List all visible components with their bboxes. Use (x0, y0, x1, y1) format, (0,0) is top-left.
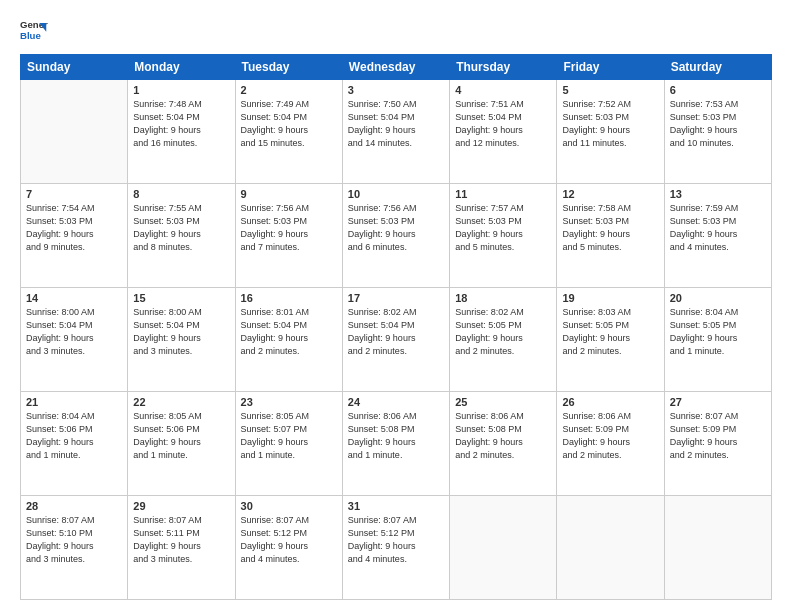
day-number: 6 (670, 84, 766, 96)
calendar-header-row: SundayMondayTuesdayWednesdayThursdayFrid… (21, 55, 772, 80)
day-info: Sunrise: 8:07 AM Sunset: 5:11 PM Dayligh… (133, 514, 229, 566)
day-number: 28 (26, 500, 122, 512)
day-info: Sunrise: 7:56 AM Sunset: 5:03 PM Dayligh… (348, 202, 444, 254)
calendar-cell: 29Sunrise: 8:07 AM Sunset: 5:11 PM Dayli… (128, 496, 235, 600)
calendar-cell: 12Sunrise: 7:58 AM Sunset: 5:03 PM Dayli… (557, 184, 664, 288)
calendar-cell: 25Sunrise: 8:06 AM Sunset: 5:08 PM Dayli… (450, 392, 557, 496)
day-number: 19 (562, 292, 658, 304)
day-info: Sunrise: 7:58 AM Sunset: 5:03 PM Dayligh… (562, 202, 658, 254)
day-number: 29 (133, 500, 229, 512)
calendar-cell: 26Sunrise: 8:06 AM Sunset: 5:09 PM Dayli… (557, 392, 664, 496)
calendar-cell (664, 496, 771, 600)
day-info: Sunrise: 7:55 AM Sunset: 5:03 PM Dayligh… (133, 202, 229, 254)
calendar-cell: 13Sunrise: 7:59 AM Sunset: 5:03 PM Dayli… (664, 184, 771, 288)
day-number: 20 (670, 292, 766, 304)
calendar-week-2: 7Sunrise: 7:54 AM Sunset: 5:03 PM Daylig… (21, 184, 772, 288)
calendar-cell: 19Sunrise: 8:03 AM Sunset: 5:05 PM Dayli… (557, 288, 664, 392)
calendar-cell: 31Sunrise: 8:07 AM Sunset: 5:12 PM Dayli… (342, 496, 449, 600)
day-number: 2 (241, 84, 337, 96)
day-info: Sunrise: 8:00 AM Sunset: 5:04 PM Dayligh… (133, 306, 229, 358)
day-info: Sunrise: 7:54 AM Sunset: 5:03 PM Dayligh… (26, 202, 122, 254)
day-number: 5 (562, 84, 658, 96)
day-number: 21 (26, 396, 122, 408)
day-header-monday: Monday (128, 55, 235, 80)
day-info: Sunrise: 7:50 AM Sunset: 5:04 PM Dayligh… (348, 98, 444, 150)
calendar-cell (557, 496, 664, 600)
day-info: Sunrise: 7:52 AM Sunset: 5:03 PM Dayligh… (562, 98, 658, 150)
day-info: Sunrise: 8:04 AM Sunset: 5:06 PM Dayligh… (26, 410, 122, 462)
day-info: Sunrise: 8:06 AM Sunset: 5:08 PM Dayligh… (455, 410, 551, 462)
calendar-cell: 21Sunrise: 8:04 AM Sunset: 5:06 PM Dayli… (21, 392, 128, 496)
calendar-cell: 1Sunrise: 7:48 AM Sunset: 5:04 PM Daylig… (128, 80, 235, 184)
day-info: Sunrise: 8:01 AM Sunset: 5:04 PM Dayligh… (241, 306, 337, 358)
day-number: 10 (348, 188, 444, 200)
day-info: Sunrise: 8:05 AM Sunset: 5:06 PM Dayligh… (133, 410, 229, 462)
day-info: Sunrise: 8:07 AM Sunset: 5:09 PM Dayligh… (670, 410, 766, 462)
day-info: Sunrise: 8:02 AM Sunset: 5:05 PM Dayligh… (455, 306, 551, 358)
day-number: 12 (562, 188, 658, 200)
logo-icon: General Blue (20, 16, 48, 44)
day-number: 9 (241, 188, 337, 200)
calendar-cell: 20Sunrise: 8:04 AM Sunset: 5:05 PM Dayli… (664, 288, 771, 392)
day-header-wednesday: Wednesday (342, 55, 449, 80)
calendar-cell: 4Sunrise: 7:51 AM Sunset: 5:04 PM Daylig… (450, 80, 557, 184)
day-number: 8 (133, 188, 229, 200)
day-info: Sunrise: 8:00 AM Sunset: 5:04 PM Dayligh… (26, 306, 122, 358)
calendar-cell: 28Sunrise: 8:07 AM Sunset: 5:10 PM Dayli… (21, 496, 128, 600)
calendar-week-1: 1Sunrise: 7:48 AM Sunset: 5:04 PM Daylig… (21, 80, 772, 184)
day-number: 13 (670, 188, 766, 200)
day-info: Sunrise: 8:07 AM Sunset: 5:10 PM Dayligh… (26, 514, 122, 566)
calendar-cell (450, 496, 557, 600)
calendar-page: General Blue SundayMondayTuesdayWednesda… (0, 0, 792, 612)
day-header-sunday: Sunday (21, 55, 128, 80)
calendar-table: SundayMondayTuesdayWednesdayThursdayFrid… (20, 54, 772, 600)
day-info: Sunrise: 8:06 AM Sunset: 5:08 PM Dayligh… (348, 410, 444, 462)
day-info: Sunrise: 8:05 AM Sunset: 5:07 PM Dayligh… (241, 410, 337, 462)
day-number: 17 (348, 292, 444, 304)
day-number: 11 (455, 188, 551, 200)
day-number: 25 (455, 396, 551, 408)
calendar-cell: 17Sunrise: 8:02 AM Sunset: 5:04 PM Dayli… (342, 288, 449, 392)
calendar-cell: 24Sunrise: 8:06 AM Sunset: 5:08 PM Dayli… (342, 392, 449, 496)
calendar-cell: 16Sunrise: 8:01 AM Sunset: 5:04 PM Dayli… (235, 288, 342, 392)
calendar-cell: 18Sunrise: 8:02 AM Sunset: 5:05 PM Dayli… (450, 288, 557, 392)
day-header-tuesday: Tuesday (235, 55, 342, 80)
calendar-cell: 30Sunrise: 8:07 AM Sunset: 5:12 PM Dayli… (235, 496, 342, 600)
day-number: 3 (348, 84, 444, 96)
calendar-week-3: 14Sunrise: 8:00 AM Sunset: 5:04 PM Dayli… (21, 288, 772, 392)
day-info: Sunrise: 8:03 AM Sunset: 5:05 PM Dayligh… (562, 306, 658, 358)
day-info: Sunrise: 7:48 AM Sunset: 5:04 PM Dayligh… (133, 98, 229, 150)
day-info: Sunrise: 7:53 AM Sunset: 5:03 PM Dayligh… (670, 98, 766, 150)
day-header-thursday: Thursday (450, 55, 557, 80)
day-info: Sunrise: 8:07 AM Sunset: 5:12 PM Dayligh… (348, 514, 444, 566)
calendar-week-4: 21Sunrise: 8:04 AM Sunset: 5:06 PM Dayli… (21, 392, 772, 496)
calendar-cell (21, 80, 128, 184)
calendar-cell: 23Sunrise: 8:05 AM Sunset: 5:07 PM Dayli… (235, 392, 342, 496)
day-number: 14 (26, 292, 122, 304)
day-number: 26 (562, 396, 658, 408)
calendar-cell: 10Sunrise: 7:56 AM Sunset: 5:03 PM Dayli… (342, 184, 449, 288)
day-info: Sunrise: 8:06 AM Sunset: 5:09 PM Dayligh… (562, 410, 658, 462)
day-info: Sunrise: 8:07 AM Sunset: 5:12 PM Dayligh… (241, 514, 337, 566)
day-number: 15 (133, 292, 229, 304)
calendar-cell: 22Sunrise: 8:05 AM Sunset: 5:06 PM Dayli… (128, 392, 235, 496)
day-info: Sunrise: 7:49 AM Sunset: 5:04 PM Dayligh… (241, 98, 337, 150)
day-header-friday: Friday (557, 55, 664, 80)
calendar-week-5: 28Sunrise: 8:07 AM Sunset: 5:10 PM Dayli… (21, 496, 772, 600)
day-number: 16 (241, 292, 337, 304)
calendar-cell: 5Sunrise: 7:52 AM Sunset: 5:03 PM Daylig… (557, 80, 664, 184)
calendar-cell: 9Sunrise: 7:56 AM Sunset: 5:03 PM Daylig… (235, 184, 342, 288)
calendar-cell: 15Sunrise: 8:00 AM Sunset: 5:04 PM Dayli… (128, 288, 235, 392)
day-info: Sunrise: 8:02 AM Sunset: 5:04 PM Dayligh… (348, 306, 444, 358)
day-number: 18 (455, 292, 551, 304)
calendar-cell: 7Sunrise: 7:54 AM Sunset: 5:03 PM Daylig… (21, 184, 128, 288)
day-number: 27 (670, 396, 766, 408)
day-number: 22 (133, 396, 229, 408)
calendar-cell: 11Sunrise: 7:57 AM Sunset: 5:03 PM Dayli… (450, 184, 557, 288)
day-info: Sunrise: 8:04 AM Sunset: 5:05 PM Dayligh… (670, 306, 766, 358)
day-number: 23 (241, 396, 337, 408)
day-number: 31 (348, 500, 444, 512)
calendar-cell: 14Sunrise: 8:00 AM Sunset: 5:04 PM Dayli… (21, 288, 128, 392)
calendar-cell: 3Sunrise: 7:50 AM Sunset: 5:04 PM Daylig… (342, 80, 449, 184)
day-number: 4 (455, 84, 551, 96)
